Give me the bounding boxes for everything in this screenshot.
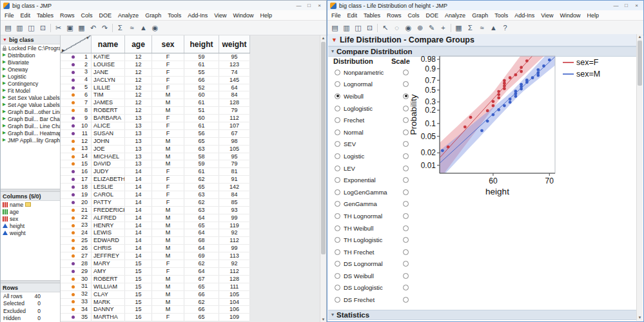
row-state-marker[interactable] bbox=[72, 293, 75, 296]
cell-age[interactable]: 12 bbox=[125, 84, 152, 91]
table-row[interactable]: 11SUSAN13F5667 bbox=[61, 130, 250, 138]
cell-weight[interactable]: 93 bbox=[219, 207, 250, 214]
print-icon[interactable]: ⊡ bbox=[364, 23, 375, 33]
table-row[interactable]: 27JEFFREY14M69113 bbox=[61, 252, 250, 260]
table-corner[interactable]: ▼▶ bbox=[61, 35, 92, 53]
distribution-radio-sev[interactable] bbox=[335, 141, 340, 147]
cell-name[interactable]: CHRIS bbox=[92, 245, 125, 252]
data-point-sex-f[interactable] bbox=[520, 66, 523, 69]
row-state-marker[interactable] bbox=[72, 231, 75, 234]
row-state-marker[interactable] bbox=[72, 209, 75, 212]
sidebar-item-set-age-value-labels[interactable]: ▶Set Age Value Labels bbox=[1, 101, 60, 108]
cell-weight[interactable]: 99 bbox=[219, 245, 250, 252]
cell-name[interactable]: DAVID bbox=[92, 160, 125, 167]
save-icon[interactable]: ◫ bbox=[353, 23, 364, 33]
sidebar-item-graph-buil-other-line[interactable]: ▶Graph Buil...other Line bbox=[1, 108, 60, 115]
row-state-marker[interactable] bbox=[72, 101, 75, 104]
cell-weight[interactable]: 79 bbox=[219, 160, 250, 167]
scale-radio-ds-weibull[interactable] bbox=[403, 273, 409, 279]
cell-sex[interactable]: F bbox=[152, 130, 184, 137]
table-row[interactable]: 32CLAY15M66105 bbox=[61, 291, 250, 299]
row-header[interactable]: 29 bbox=[61, 268, 92, 275]
cell-name[interactable]: JACLYN bbox=[92, 77, 125, 84]
data-point-sex-m[interactable] bbox=[509, 97, 512, 100]
cell-weight[interactable]: 105 bbox=[219, 291, 250, 298]
column-header-sex[interactable]: sex bbox=[152, 35, 184, 53]
summary-icon[interactable]: Σ bbox=[115, 23, 126, 33]
corner-rows-menu-icon[interactable]: ▶ bbox=[62, 48, 65, 52]
sidebar-item-graph-buil-heatmap[interactable]: ▶Graph Buil... Heatmap bbox=[1, 129, 60, 137]
menu-cols[interactable]: Cols bbox=[405, 11, 423, 20]
row-header[interactable]: 7 bbox=[61, 99, 92, 106]
cell-age[interactable]: 13 bbox=[125, 138, 152, 145]
scale-radio-th-weibull[interactable] bbox=[403, 225, 409, 231]
cell-name[interactable]: JUDY bbox=[92, 168, 125, 175]
data-point-sex-m[interactable] bbox=[536, 68, 540, 71]
corner-columns-menu-icon[interactable]: ▼ bbox=[86, 36, 90, 40]
cut-icon[interactable]: ✂ bbox=[53, 23, 64, 33]
table-row[interactable]: 2LOUISE12F61123 bbox=[61, 61, 250, 69]
row-state-marker[interactable] bbox=[72, 316, 75, 319]
cell-weight[interactable]: 106 bbox=[219, 306, 250, 313]
cell-sex[interactable]: F bbox=[152, 260, 184, 267]
menu-tables[interactable]: Tables bbox=[34, 11, 57, 20]
color-icon[interactable]: ◉ bbox=[150, 23, 161, 33]
row-state-marker[interactable] bbox=[72, 155, 75, 158]
cell-sex[interactable]: F bbox=[152, 168, 184, 175]
probability-plot[interactable]: 0.980.90.70.50.30.20.10.050.020.016070he… bbox=[409, 53, 637, 208]
table-row[interactable]: 26CHRIS14M6499 bbox=[61, 245, 250, 252]
cell-sex[interactable]: F bbox=[152, 53, 184, 61]
scale-radio-loglogistic[interactable] bbox=[403, 106, 409, 111]
cell-height[interactable]: 60 bbox=[184, 115, 219, 122]
cell-name[interactable]: AMY bbox=[92, 268, 125, 275]
data-point-sex-m[interactable] bbox=[531, 76, 534, 79]
cell-age[interactable]: 13 bbox=[125, 146, 152, 153]
menu-rows[interactable]: Rows bbox=[384, 11, 405, 20]
cell-name[interactable]: MARTHA bbox=[92, 314, 125, 321]
cell-height[interactable]: 63 bbox=[184, 191, 219, 198]
cell-height[interactable]: 64 bbox=[184, 268, 219, 275]
cell-height[interactable]: 65 bbox=[184, 184, 219, 191]
row-header[interactable]: 4 bbox=[61, 77, 92, 84]
cell-age[interactable]: 15 bbox=[125, 268, 152, 275]
minimize-button[interactable]: — bbox=[612, 2, 620, 9]
distribution-radio-ds-lognormal[interactable] bbox=[335, 261, 340, 267]
row-header[interactable]: 5 bbox=[61, 84, 92, 91]
menu-edit[interactable]: Edit bbox=[17, 11, 34, 20]
cell-weight[interactable]: 119 bbox=[219, 222, 250, 229]
column-item-height[interactable]: height bbox=[1, 222, 60, 229]
maximize-button[interactable]: □ bbox=[305, 2, 313, 9]
cell-age[interactable]: 14 bbox=[125, 199, 152, 206]
cell-sex[interactable]: M bbox=[152, 252, 184, 260]
cell-weight[interactable]: 128 bbox=[219, 99, 250, 106]
distribution-radio-lev[interactable] bbox=[335, 166, 340, 171]
cell-age[interactable]: 13 bbox=[125, 160, 152, 167]
data-point-sex-f[interactable] bbox=[463, 126, 467, 129]
menu-help[interactable]: Help bbox=[257, 11, 276, 20]
distribution-radio-loggengamma[interactable] bbox=[335, 189, 340, 195]
sidebar-item-jmp-appli-lity-graphs[interactable]: ▶JMP Appli...lity Graphs bbox=[1, 137, 60, 144]
distribution-radio-logistic[interactable] bbox=[335, 153, 340, 159]
distribution-radio-th-weibull[interactable] bbox=[335, 225, 340, 231]
cell-height[interactable]: 62 bbox=[184, 299, 219, 306]
data-point-sex-m[interactable] bbox=[520, 83, 523, 86]
data-point-sex-f[interactable] bbox=[520, 70, 523, 73]
row-state-marker[interactable] bbox=[72, 55, 75, 59]
menu-file[interactable]: File bbox=[328, 11, 344, 20]
cell-name[interactable]: KATIE bbox=[92, 53, 125, 61]
sidebar-item-logistic[interactable]: ▶Logistic bbox=[1, 73, 60, 80]
table-row[interactable]: 34DANNY15M66106 bbox=[61, 306, 250, 314]
cell-weight[interactable]: 145 bbox=[219, 77, 250, 84]
cell-height[interactable]: 65 bbox=[184, 283, 219, 290]
row-state-marker[interactable] bbox=[72, 308, 75, 311]
cell-weight[interactable]: 64 bbox=[219, 84, 250, 91]
arrow-tool-icon[interactable]: ↖ bbox=[380, 23, 391, 33]
chart-icon[interactable]: ▲ bbox=[488, 23, 499, 33]
data-point-sex-m[interactable] bbox=[548, 59, 551, 62]
annotate-tool-icon[interactable]: ✎ bbox=[426, 23, 437, 33]
menu-edit[interactable]: Edit bbox=[344, 11, 361, 20]
menu-add-ins[interactable]: Add-Ins bbox=[184, 11, 211, 20]
sidebar-item-set-sex-value-labels[interactable]: ▶Set Sex Value Labels bbox=[1, 94, 60, 101]
row-header[interactable]: 14 bbox=[61, 153, 92, 160]
data-point-sex-m[interactable] bbox=[480, 129, 483, 132]
